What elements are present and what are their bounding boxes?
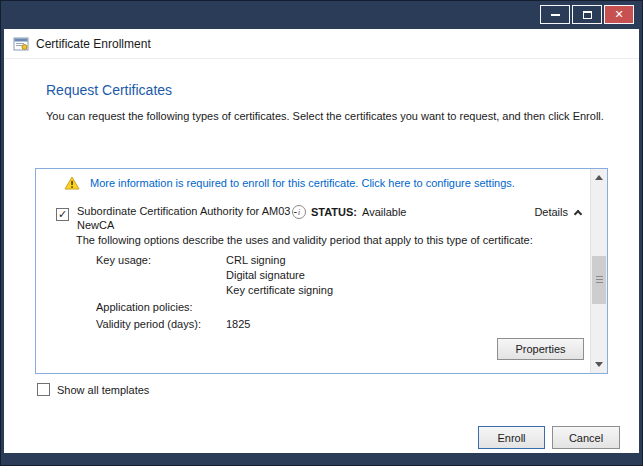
field-row: Application policies: xyxy=(96,299,536,316)
dialog-client-area: Certificate Enrollment Request Certifica… xyxy=(4,29,639,453)
field-value: CRL signing xyxy=(226,254,286,269)
field-label xyxy=(96,284,226,299)
show-all-templates-label: Show all templates xyxy=(57,384,149,396)
field-row: Key usage: CRL signing xyxy=(96,254,536,269)
check-icon: ✓ xyxy=(58,209,67,220)
checkbox-box: ✓ xyxy=(56,208,69,221)
page-title: Request Certificates xyxy=(46,82,172,98)
intro-text: You can request the following types of c… xyxy=(46,109,612,124)
certificate-enrollment-window: ✕ Certificate Enrollment Request Certifi… xyxy=(0,0,643,466)
field-value: 1825 xyxy=(226,318,250,333)
certificate-fields: Key usage: CRL signing Digital signature… xyxy=(96,254,536,333)
window-title: Certificate Enrollment xyxy=(36,37,151,51)
minimize-icon xyxy=(551,14,560,16)
scroll-down-button[interactable] xyxy=(591,356,607,373)
maximize-icon xyxy=(583,11,592,19)
certificate-name: Subordinate Certification Authority for … xyxy=(77,204,305,232)
details-label: Details xyxy=(534,206,568,218)
close-icon: ✕ xyxy=(614,9,623,20)
certificate-enrollment-icon xyxy=(13,36,29,52)
minimize-button[interactable] xyxy=(540,5,570,24)
properties-button[interactable]: Properties xyxy=(497,338,584,360)
field-row: Key certificate signing xyxy=(96,284,536,299)
window-controls: ✕ xyxy=(540,5,634,24)
field-row: Digital signature xyxy=(96,269,536,284)
status-label: STATUS: xyxy=(311,206,357,218)
caption-strip: Certificate Enrollment xyxy=(4,29,639,59)
scroll-thumb[interactable] xyxy=(592,256,606,304)
arrow-down-icon xyxy=(595,362,603,367)
cancel-button[interactable]: Cancel xyxy=(552,426,620,449)
scroll-up-button[interactable] xyxy=(591,169,607,186)
status-value: Available xyxy=(362,206,406,218)
certificate-checkbox[interactable]: ✓ xyxy=(56,208,69,221)
field-label: Validity period (days): xyxy=(96,318,226,333)
details-toggle[interactable]: Details xyxy=(534,206,581,218)
maximize-button[interactable] xyxy=(572,5,602,24)
titlebar: ✕ xyxy=(4,1,639,29)
enroll-button[interactable]: Enroll xyxy=(478,426,545,449)
field-label xyxy=(96,269,226,284)
field-label: Application policies: xyxy=(96,301,226,316)
certificate-list-panel: More information is required to enroll f… xyxy=(35,168,608,374)
arrow-up-icon xyxy=(595,175,603,180)
thumb-grip-icon xyxy=(596,276,603,277)
certificate-description: The following options describe the uses … xyxy=(76,234,588,246)
field-value: Digital signature xyxy=(226,269,305,284)
more-information-link[interactable]: More information is required to enroll f… xyxy=(36,169,590,196)
close-button[interactable]: ✕ xyxy=(604,5,634,24)
status-group: i STATUS: Available xyxy=(292,205,406,219)
warning-text: More information is required to enroll f… xyxy=(90,177,515,189)
chevron-up-icon xyxy=(574,209,582,217)
show-all-templates-checkbox[interactable]: Show all templates xyxy=(37,383,149,396)
vertical-scrollbar[interactable] xyxy=(590,169,607,373)
field-row: Validity period (days): 1825 xyxy=(96,316,536,333)
field-label: Key usage: xyxy=(96,254,226,269)
info-icon: i xyxy=(292,205,306,219)
checkbox-box xyxy=(37,383,50,396)
warning-icon xyxy=(64,176,80,190)
field-value: Key certificate signing xyxy=(226,284,333,299)
